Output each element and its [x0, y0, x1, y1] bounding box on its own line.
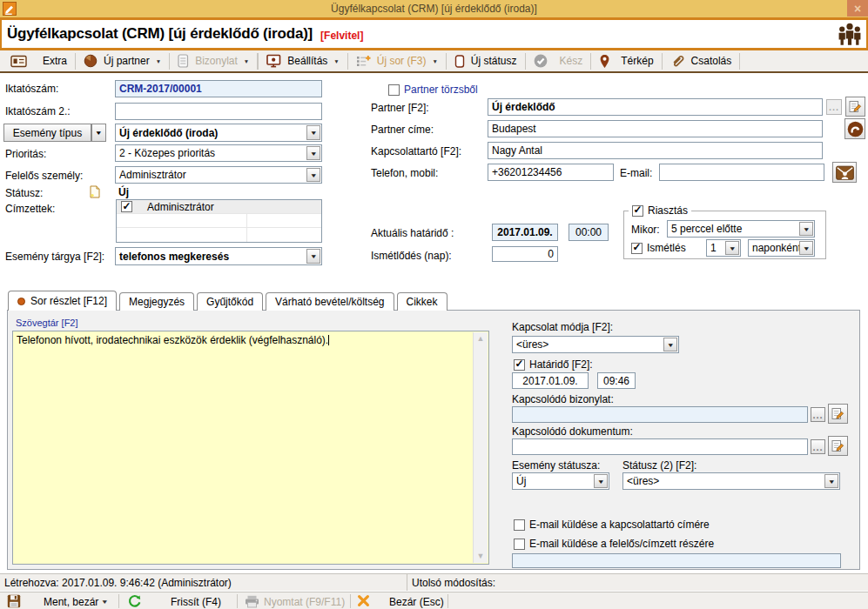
partner-master-checkbox[interactable] — [388, 84, 400, 96]
responsible-select[interactable]: Adminisztrátor ▼ — [115, 166, 322, 184]
event-status-label: Esemény státusza: — [512, 459, 600, 472]
dropdown-button[interactable]: ▼ — [824, 474, 838, 488]
toolbar-voucher-button[interactable]: Bizonylat ▼ — [170, 51, 257, 70]
close-x-icon[interactable] — [357, 594, 370, 607]
document-edit-button[interactable] — [828, 436, 848, 456]
recurrence-field[interactable]: 0 — [492, 246, 558, 262]
scroll-down-icon[interactable]: ▼ — [474, 550, 488, 563]
alert-checkbox-row[interactable]: ✓ Riasztás — [629, 204, 691, 217]
partner-address-field[interactable]: Budapest — [488, 120, 823, 137]
scroll-up-icon[interactable]: ▲ — [474, 332, 488, 345]
partner-master-checkbox-row[interactable]: Partner törzsből — [388, 84, 478, 96]
alert-repeat-count-select[interactable]: 1 ▼ — [706, 239, 741, 257]
close-button[interactable]: × — [847, 0, 868, 17]
email-contact-checkbox[interactable] — [514, 519, 525, 531]
email-field[interactable] — [659, 164, 824, 181]
related-document-field[interactable] — [512, 438, 808, 455]
refresh-button[interactable]: Frissít (F4) — [171, 596, 221, 608]
save-icon[interactable] — [7, 594, 21, 608]
monitor-icon — [266, 54, 281, 68]
note-textarea[interactable]: Telefonon hívott, irodatechnikai eszközö… — [12, 331, 489, 565]
partner-lookup-button[interactable]: ... — [826, 99, 842, 115]
subject-select[interactable]: telefonos megkeresés ▼ — [115, 247, 322, 265]
dropdown-button[interactable]: ▼ — [306, 249, 320, 264]
dropdown-button[interactable]: ▼ — [799, 241, 813, 255]
toolbar-new-partner-button[interactable]: Új partner ▼ — [76, 51, 169, 70]
dropdown-button[interactable]: ▼ — [306, 146, 320, 160]
deadline-time-field[interactable]: 00:00 — [569, 224, 609, 241]
tab-sor-reszlet[interactable]: Sor részlet [F12] — [8, 291, 117, 311]
textbank-link[interactable]: Szövegtár [F2] — [16, 318, 78, 328]
toolbar-map-button[interactable]: Térkép — [591, 51, 661, 70]
recipients-listbox[interactable]: ✓ Adminisztrátor — [116, 199, 322, 243]
email-info-field[interactable] — [512, 553, 841, 568]
detail-deadline-checkbox-row[interactable]: ✓ Határidő [F2]: — [514, 358, 593, 371]
contact-mode-select[interactable]: <üres> ▼ — [512, 336, 679, 353]
record-id-label: Iktatószám: — [5, 83, 58, 95]
record-id2-field[interactable] — [115, 103, 322, 120]
voucher-edit-button[interactable] — [828, 404, 848, 424]
recipient-row-empty[interactable] — [117, 228, 321, 242]
event-status-select[interactable]: Új ▼ — [512, 472, 609, 490]
email-responsible-checkbox-row[interactable]: E-mail küldése a felelős/címzett részére — [514, 538, 714, 550]
tab-cikkek[interactable]: Cikkek — [397, 292, 447, 311]
status2-select[interactable]: <üres> ▼ — [622, 472, 840, 490]
tab-megjegyzes[interactable]: Megjegyzés — [119, 292, 194, 311]
contact-field[interactable]: Nagy Antal — [488, 142, 823, 159]
footer-bar: Ment, bezár▼ Frissít (F4) Nyomtat (F9/F1… — [0, 592, 868, 609]
detail-deadline-checkbox[interactable]: ✓ — [514, 359, 525, 371]
refresh-icon[interactable] — [128, 594, 142, 608]
voucher-lookup-button[interactable]: ... — [811, 407, 825, 422]
toolbar-extra-button[interactable]: Extra — [35, 51, 75, 70]
toolbar-new-row-button[interactable]: Új sor (F3) ▼ — [348, 51, 446, 70]
dropdown-button[interactable]: ▼ — [663, 338, 677, 351]
toolbar-attach-button[interactable]: Csatolás — [663, 51, 740, 70]
alert-repeat-unit-select[interactable]: naponként ▼ — [748, 239, 815, 257]
toolbar-settings-button[interactable]: Beállítás ▼ — [259, 51, 347, 70]
email-responsible-checkbox[interactable] — [514, 539, 525, 550]
tab-gyujtokod[interactable]: Gyűjtőkód — [197, 292, 263, 311]
event-type-select[interactable]: Új érdeklődő (iroda) ▼ — [115, 124, 322, 142]
subject-label: Esemény tárgya [F2]: — [5, 251, 104, 263]
partner-field[interactable]: Új érdeklődő — [488, 98, 823, 116]
memo-scrollbar[interactable]: ▲ ▼ — [473, 332, 488, 563]
partner-edit-button[interactable] — [845, 97, 865, 117]
priority-label: Prioritás: — [5, 148, 46, 160]
active-tab-dot-icon — [17, 298, 25, 305]
contact-card-button[interactable] — [3, 51, 35, 70]
list-add-icon — [356, 55, 371, 67]
chevron-down-icon: ▼ — [244, 58, 249, 64]
dropdown-button[interactable]: ▼ — [306, 125, 320, 140]
save-close-button[interactable]: Ment, bezár▼ — [44, 596, 108, 608]
event-type-dropdown-button[interactable]: ▼ — [91, 124, 106, 142]
recipient-row-empty[interactable] — [117, 214, 321, 228]
detail-deadline-time-field[interactable]: 09:46 — [597, 372, 636, 389]
dropdown-button[interactable]: ▼ — [725, 241, 739, 255]
recipient-checkbox[interactable]: ✓ — [121, 201, 132, 212]
priority-select[interactable]: 2 - Közepes prioritás ▼ — [115, 144, 322, 162]
address-link-button[interactable] — [844, 118, 865, 139]
alert-when-select[interactable]: 5 perccel előtte ▼ — [667, 220, 815, 238]
related-voucher-field[interactable] — [512, 406, 808, 423]
email-contact-checkbox-row[interactable]: E-mail küldése a kapcsolattartó címére — [514, 519, 710, 531]
status-value: Új — [118, 186, 129, 198]
event-type-button[interactable]: Esemény típus — [3, 124, 91, 142]
detail-deadline-date-field[interactable]: 2017.01.09. — [512, 372, 589, 389]
phone-field[interactable]: +36201234456 — [488, 164, 614, 181]
alert-checkbox[interactable]: ✓ — [632, 205, 643, 217]
status-note-icon[interactable] — [90, 185, 100, 198]
document-lookup-button[interactable]: ... — [811, 439, 825, 454]
toolbar-new-status-button[interactable]: Új státusz — [447, 51, 525, 70]
toolbar-done-button[interactable]: Kész — [526, 51, 591, 70]
send-email-button[interactable] — [832, 162, 857, 183]
tab-varhato-bevetel[interactable]: Várható bevétel/költség — [266, 292, 394, 311]
dropdown-button[interactable]: ▼ — [799, 222, 813, 236]
alert-repeat-checkbox[interactable]: ✓ — [631, 243, 643, 254]
deadline-date-field[interactable]: 2017.01.09. — [492, 224, 558, 241]
recipient-row[interactable]: ✓ Adminisztrátor — [117, 200, 321, 214]
alert-repeat-checkbox-row[interactable]: ✓ Ismétlés — [631, 242, 686, 254]
close-form-button[interactable]: Bezár (Esc) — [389, 596, 444, 608]
record-id-field[interactable]: CRM-2017/00001 — [115, 80, 322, 97]
dropdown-button[interactable]: ▼ — [306, 168, 320, 182]
dropdown-button[interactable]: ▼ — [594, 474, 608, 488]
